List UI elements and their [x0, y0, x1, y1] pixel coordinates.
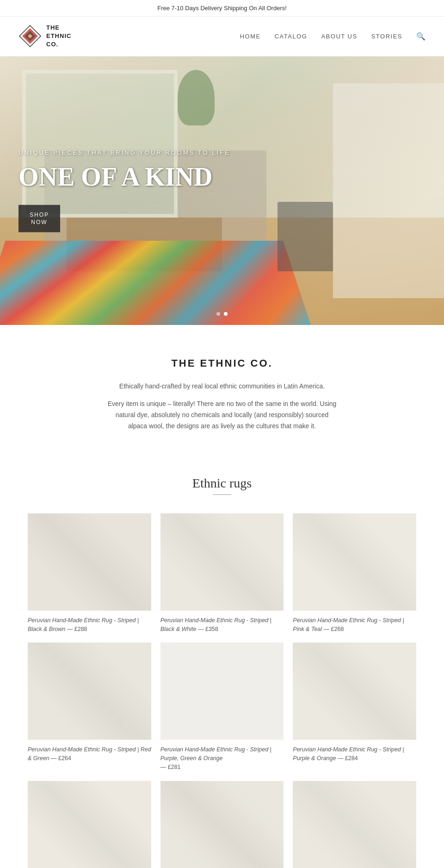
about-paragraph-1: Ethically hand-crafted by real local eth… [106, 381, 338, 392]
product-image-9 [293, 781, 416, 868]
products-section-title: Ethnic rugs [28, 476, 416, 491]
logo-text: THE ETHNIC CO. [46, 24, 71, 49]
product-grid: Peruvian Hand-Made Ethnic Rug - Striped … [28, 513, 416, 868]
product-name-5: Peruvian Hand-Made Ethnic Rug - Striped … [160, 745, 284, 771]
room-fireplace [278, 202, 333, 271]
product-card-4[interactable]: Peruvian Hand-Made Ethnic Rug - Striped … [28, 643, 151, 771]
product-image-8 [160, 781, 284, 868]
section-divider [213, 494, 231, 495]
announcement-bar: Free 7-10 Days Delivery Shipping On All … [0, 0, 444, 17]
hero-rug [0, 241, 311, 325]
logo-icon [18, 25, 42, 48]
product-image-4 [28, 643, 151, 740]
product-name-3: Peruvian Hand-Made Ethnic Rug - Striped … [293, 616, 416, 634]
room-plant [178, 70, 215, 125]
hero-subtitle: UNIQUE PIECES THAT BRING YOUR ROOMS TO L… [18, 149, 230, 156]
product-card-5[interactable]: Peruvian Hand-Made Ethnic Rug - Striped … [160, 643, 284, 771]
hero-title: ONE OF A KIND [18, 162, 230, 191]
product-name-2: Peruvian Hand-Made Ethnic Rug - Striped … [160, 616, 284, 634]
product-card-6[interactable]: Peruvian Hand-Made Ethnic Rug - Striped … [293, 643, 416, 771]
product-image-2 [160, 513, 284, 611]
header: THE ETHNIC CO. HOME CATALOG ABOUT US STO… [0, 17, 444, 56]
nav-catalog[interactable]: CATALOG [275, 33, 308, 40]
announcement-text: Free 7-10 Days Delivery Shipping On All … [157, 5, 287, 12]
about-paragraph-2: Every item is unique – literally! There … [106, 399, 338, 431]
about-section: THE ETHNIC CO. Ethically hand-crafted by… [0, 325, 444, 462]
product-image-3 [293, 513, 416, 611]
main-nav: HOME CATALOG ABOUT US STORIES 🔍 [240, 32, 426, 41]
products-section: Ethnic rugs Peruvian Hand-Made Ethnic Ru… [0, 462, 444, 868]
about-title: THE ETHNIC CO. [56, 357, 388, 369]
product-name-1: Peruvian Hand-Made Ethnic Rug - Striped … [28, 616, 151, 634]
search-icon[interactable]: 🔍 [416, 32, 426, 41]
nav-stories[interactable]: STORIES [371, 33, 402, 40]
product-card-8[interactable] [160, 781, 284, 868]
hero-content: UNIQUE PIECES THAT BRING YOUR ROOMS TO L… [18, 149, 230, 232]
hero-section: UNIQUE PIECES THAT BRING YOUR ROOMS TO L… [0, 56, 444, 325]
product-image-7 [28, 781, 151, 868]
product-card-9[interactable] [293, 781, 416, 868]
room-bookshelf [333, 83, 444, 298]
hero-dot-2[interactable] [224, 312, 228, 316]
logo-area[interactable]: THE ETHNIC CO. [18, 24, 71, 49]
product-image-5 [160, 643, 284, 740]
hero-dot-1[interactable] [216, 312, 220, 316]
hero-dots [216, 312, 228, 316]
product-image-6 [293, 643, 416, 740]
product-card-2[interactable]: Peruvian Hand-Made Ethnic Rug - Striped … [160, 513, 284, 634]
product-card-7[interactable] [28, 781, 151, 868]
nav-home[interactable]: HOME [240, 33, 261, 40]
shop-now-button[interactable]: SHOP NOW [18, 205, 60, 232]
product-card-3[interactable]: Peruvian Hand-Made Ethnic Rug - Striped … [293, 513, 416, 634]
nav-about[interactable]: ABOUT US [321, 33, 357, 40]
product-name-6: Peruvian Hand-Made Ethnic Rug - Striped … [293, 745, 416, 763]
product-name-4: Peruvian Hand-Made Ethnic Rug - Striped … [28, 745, 151, 763]
product-card-1[interactable]: Peruvian Hand-Made Ethnic Rug - Striped … [28, 513, 151, 634]
product-image-1 [28, 513, 151, 611]
